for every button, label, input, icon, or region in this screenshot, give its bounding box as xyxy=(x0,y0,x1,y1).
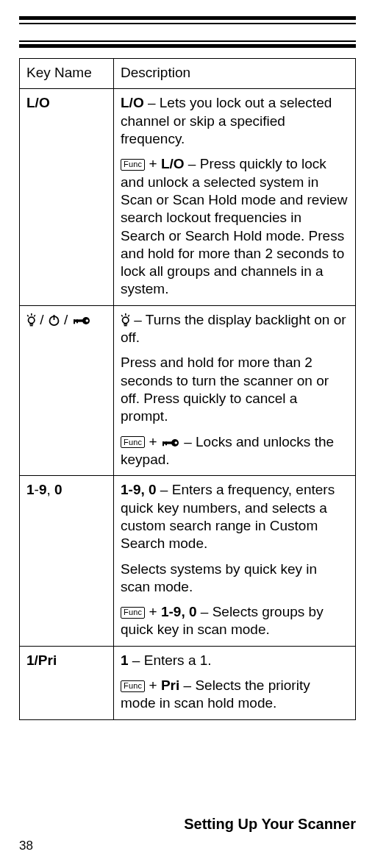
text: – Enters a 1. xyxy=(129,652,212,668)
text: + xyxy=(145,434,161,449)
func-icon: Func xyxy=(121,436,145,448)
header-key-name: Key Name xyxy=(20,59,114,89)
page-number: 38 xyxy=(19,839,33,853)
text-bold: Pri xyxy=(161,677,179,693)
text-bold: 1 xyxy=(121,652,129,668)
paragraph: Selects systems by quick key in scan mod… xyxy=(121,561,349,597)
key-label: L/O xyxy=(26,95,50,110)
svg-rect-14 xyxy=(121,315,124,317)
text: + xyxy=(145,677,161,693)
cell-description: 1-9, 0 – Enters a frequency, enters quic… xyxy=(114,476,356,647)
svg-rect-17 xyxy=(124,323,127,324)
table-row: 1/Pri 1 – Enters a 1. Func + Pri – Selec… xyxy=(20,646,356,719)
key-description-table: Key Name Description L/O L/O – Lets you … xyxy=(19,58,356,720)
paragraph: – Turns the display backlight on or off. xyxy=(121,311,349,347)
func-icon: Func xyxy=(121,159,145,171)
text: + xyxy=(145,156,161,171)
svg-rect-1 xyxy=(27,315,29,317)
cell-description: – Turns the display backlight on or off.… xyxy=(114,305,356,476)
svg-rect-18 xyxy=(124,325,127,327)
text-bold: L/O xyxy=(161,156,185,171)
svg-point-9 xyxy=(85,319,88,322)
keylock-icon xyxy=(72,316,91,326)
light-icon xyxy=(26,313,36,327)
text: + xyxy=(145,604,161,619)
cell-key: 1-9, 0 xyxy=(20,476,114,647)
table-header-row: Key Name Description xyxy=(20,59,356,89)
svg-point-20 xyxy=(174,441,177,444)
paragraph: Func + – Locks and unlocks the keypad. xyxy=(121,433,349,469)
paragraph: 1 – Enters a 1. xyxy=(121,652,349,669)
text: , xyxy=(46,482,54,497)
func-icon: Func xyxy=(121,607,145,619)
rule-thin-2 xyxy=(19,40,356,42)
text: Selects systems by quick key in scan mod… xyxy=(121,561,317,594)
header-description: Description xyxy=(114,59,356,89)
svg-rect-10 xyxy=(74,319,84,321)
text-bold: 9 xyxy=(39,482,47,497)
text: / xyxy=(60,312,72,327)
svg-rect-0 xyxy=(31,313,32,316)
text-bold: 0 xyxy=(54,482,63,497)
rule-thick xyxy=(19,16,356,20)
text: – Lets you lock out a selected channel o… xyxy=(121,95,332,146)
paragraph: Func + Pri – Selects the priority mode i… xyxy=(121,677,349,713)
text-bold: 1-9, 0 xyxy=(121,482,157,497)
svg-rect-15 xyxy=(128,315,130,317)
paragraph: L/O – Lets you lock out a selected chann… xyxy=(121,94,349,148)
svg-rect-21 xyxy=(162,441,173,444)
text-bold: L/O xyxy=(121,95,144,110)
svg-rect-4 xyxy=(29,323,33,324)
key-label: 1/Pri xyxy=(26,652,57,668)
table-row: L/O L/O – Lets you lock out a selected c… xyxy=(20,89,356,305)
keylock-icon xyxy=(161,438,180,448)
text-bold: 1 xyxy=(26,482,35,497)
svg-rect-22 xyxy=(162,441,164,446)
cell-key: L/O xyxy=(20,89,114,305)
svg-rect-7 xyxy=(53,315,54,320)
cell-description: 1 – Enters a 1. Func + Pri – Selects the… xyxy=(114,646,356,719)
svg-rect-11 xyxy=(74,319,75,324)
paragraph: Func + L/O – Press quickly to lock and u… xyxy=(121,155,349,299)
text: / xyxy=(36,312,48,327)
paragraph: Func + 1-9, 0 – Selects groups by quick … xyxy=(121,603,349,639)
func-icon: Func xyxy=(121,680,145,692)
paragraph: 1-9, 0 – Enters a frequency, enters quic… xyxy=(121,481,349,552)
text-bold: 1-9, 0 xyxy=(161,604,197,619)
svg-rect-12 xyxy=(76,319,78,323)
cell-description: L/O – Lets you lock out a selected chann… xyxy=(114,89,356,305)
rule-thin xyxy=(19,23,356,24)
table-row: / / – Turns the display backlight on or … xyxy=(20,305,356,476)
power-icon xyxy=(48,314,60,327)
section-title: Setting Up Your Scanner xyxy=(184,816,356,833)
table-row: 1-9, 0 1-9, 0 – Enters a frequency, ente… xyxy=(20,476,356,647)
light-icon xyxy=(121,313,130,327)
rule-thick-2 xyxy=(19,44,356,48)
svg-rect-5 xyxy=(30,325,33,327)
text: Press and hold for more than 2 seconds t… xyxy=(121,355,329,424)
cell-key: / / xyxy=(20,305,114,476)
text: – Press quickly to lock and unlock a sel… xyxy=(121,156,347,296)
paragraph: Press and hold for more than 2 seconds t… xyxy=(121,354,349,425)
text: – Turns the display backlight on or off. xyxy=(121,312,346,345)
svg-point-3 xyxy=(29,317,35,323)
svg-rect-2 xyxy=(34,315,36,317)
svg-point-16 xyxy=(123,317,129,323)
svg-rect-13 xyxy=(125,313,126,316)
cell-key: 1/Pri xyxy=(20,646,114,719)
svg-rect-23 xyxy=(165,441,167,445)
